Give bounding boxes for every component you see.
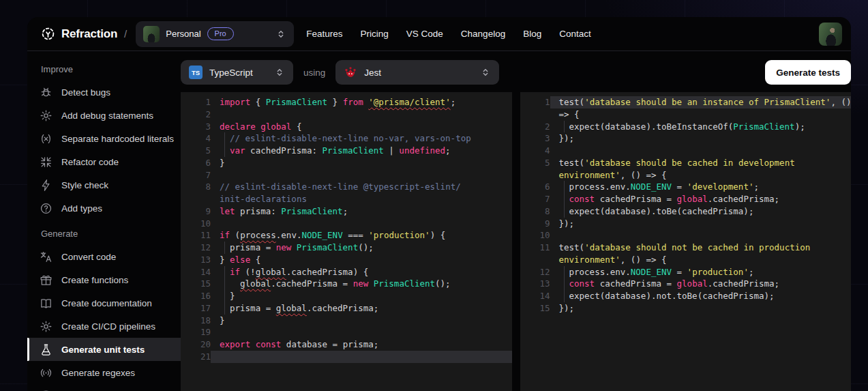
- line-number: [181, 193, 211, 205]
- line-number: 17: [181, 302, 211, 315]
- code-line: 2expect(database).toBeInstanceOf(PrismaC…: [520, 121, 852, 133]
- sidebar-item-label: Style check: [61, 180, 108, 190]
- sidebar: ImproveDetect bugsAdd debug statementsSe…: [27, 51, 181, 391]
- line-number: 12: [520, 266, 550, 278]
- indent-guide: [564, 205, 569, 218]
- sidebar-item-refactor-code[interactable]: Refactor code: [27, 150, 181, 173]
- nav-link-contact[interactable]: Contact: [559, 29, 591, 39]
- sidebar-item-generate-unit-tests[interactable]: Generate unit tests: [27, 338, 181, 361]
- sidebar-item-convert-code[interactable]: Convert code: [27, 245, 181, 268]
- nav-link-features[interactable]: Features: [306, 29, 342, 39]
- code-line: 7: [181, 169, 512, 182]
- sidebar-item-add-debug-statements[interactable]: Add debug statements: [27, 104, 181, 127]
- code-line: 11test('database should not be cached in…: [520, 242, 852, 254]
- sidebar-item-create-functions[interactable]: Create functions: [27, 268, 181, 291]
- language-select[interactable]: TS TypeScript: [181, 60, 293, 85]
- line-number: 2: [181, 108, 211, 121]
- refraction-logo-icon: [41, 27, 55, 41]
- page-background: Refraction / Personal Pro FeaturesPricin…: [0, 0, 868, 391]
- code-line: 6process.env.NODE_ENV = 'development';: [520, 181, 852, 193]
- line-number: 13: [520, 278, 550, 290]
- line-number: 11: [181, 229, 211, 242]
- code-line: 15});: [520, 302, 852, 315]
- code-line: 19: [181, 326, 512, 338]
- nav-link-changelog[interactable]: Changelog: [461, 29, 505, 39]
- code-line: 14if (!global.cachedPrisma) {: [181, 266, 512, 278]
- code-line: 3declare global {: [181, 121, 512, 133]
- sidebar-item-create-documentation[interactable]: Create documentation: [27, 291, 181, 315]
- indent-guide: [224, 266, 230, 278]
- sidebar-item-label: Generate unit tests: [61, 345, 145, 355]
- nav-link-blog[interactable]: Blog: [523, 29, 541, 39]
- workspace-name: Personal: [166, 29, 200, 39]
- generate-tests-button[interactable]: Generate tests: [765, 60, 851, 85]
- line-number: 9: [181, 205, 211, 218]
- line-number: 14: [520, 290, 550, 302]
- sidebar-item-label: Create CI/CD pipelines: [61, 321, 155, 332]
- line-number: 12: [181, 242, 211, 254]
- line-number: 1: [520, 96, 550, 108]
- indent-guide: [564, 193, 569, 205]
- sidebar-item-label: Add types: [61, 203, 102, 214]
- line-number: 9: [520, 218, 550, 230]
- indent-guide: [564, 278, 569, 290]
- line-number: 20: [181, 338, 211, 351]
- indent-guide: [224, 302, 230, 315]
- code-line: 9});: [520, 218, 852, 230]
- source-code-editor[interactable]: 1import { PrismaClient } from '@prisma/c…: [181, 92, 512, 391]
- workspace-switcher[interactable]: Personal Pro: [136, 21, 294, 47]
- sidebar-item-label: Convert code: [61, 252, 116, 262]
- brand[interactable]: Refraction: [41, 27, 117, 41]
- line-number: 8: [181, 181, 211, 193]
- code-line: 4// eslint-disable-next-line no-var, var…: [181, 132, 512, 145]
- bug-icon: [40, 86, 53, 99]
- indent-guide: [224, 145, 230, 157]
- indent-guide: [224, 132, 230, 145]
- indent-guide: [224, 242, 230, 254]
- code-line: 13} else {: [181, 254, 512, 266]
- code-line: init-declarations: [181, 193, 512, 205]
- sidebar-item-generate-regexes[interactable]: Generate regexes: [27, 361, 181, 384]
- using-label: using: [303, 68, 325, 78]
- user-avatar[interactable]: [819, 23, 842, 46]
- code-line: 1import { PrismaClient } from '@prisma/c…: [181, 96, 512, 108]
- code-line: 14expect(database).not.toBe(cachedPrisma…: [520, 290, 852, 302]
- code-line: 5test('database should be cached in deve…: [520, 157, 852, 169]
- line-number: 11: [520, 242, 550, 254]
- gear-icon: [40, 320, 53, 333]
- generated-tests-editor[interactable]: 1test('database should be an instance of…: [520, 92, 852, 391]
- line-number: 21: [181, 351, 211, 363]
- sidebar-item-style-check[interactable]: Style check: [27, 173, 181, 197]
- flask-icon: [40, 343, 53, 356]
- sidebar-item-add-types[interactable]: Add types: [27, 197, 181, 220]
- indent-guide: [564, 181, 569, 193]
- code-line: 13const cachedPrisma = global.cachedPris…: [520, 278, 852, 290]
- sidebar-item-separate-hardcoded-literals[interactable]: Separate hardcoded literals: [27, 127, 181, 150]
- sidebar-item-detect-bugs[interactable]: Detect bugs: [27, 81, 181, 104]
- line-number: 7: [181, 169, 211, 182]
- nav-link-vs-code[interactable]: VS Code: [406, 29, 443, 39]
- code-line: environment', () => {: [520, 254, 852, 266]
- sidebar-item-create-ci-cd-pipelines[interactable]: Create CI/CD pipelines: [27, 315, 181, 338]
- code-line: 9let prisma: PrismaClient;: [181, 205, 512, 218]
- code-line: 3});: [520, 132, 852, 145]
- line-number: 15: [181, 278, 211, 290]
- gear-icon: [40, 109, 53, 122]
- framework-select[interactable]: Jest: [335, 60, 499, 85]
- line-number: 4: [181, 132, 211, 145]
- indent-guide: [224, 290, 230, 302]
- line-number: 18: [181, 315, 211, 327]
- app-card: Refraction / Personal Pro FeaturesPricin…: [27, 17, 851, 391]
- code-line: 12prisma = new PrismaClient();: [181, 242, 512, 254]
- line-number: 14: [181, 266, 211, 278]
- code-line: 15 global.cachedPrisma = new PrismaClien…: [181, 278, 512, 290]
- help-icon: [40, 202, 53, 215]
- sidebar-item-generate-sql-queries[interactable]: Generate SQL queries: [27, 384, 181, 391]
- code-line: 10: [181, 218, 512, 230]
- line-number: 3: [520, 132, 550, 145]
- nav-link-pricing[interactable]: Pricing: [361, 29, 389, 39]
- code-line: environment', () => {: [520, 169, 852, 182]
- refactor-icon: [40, 156, 53, 169]
- line-number: 7: [520, 193, 550, 205]
- code-line: 21: [181, 351, 512, 363]
